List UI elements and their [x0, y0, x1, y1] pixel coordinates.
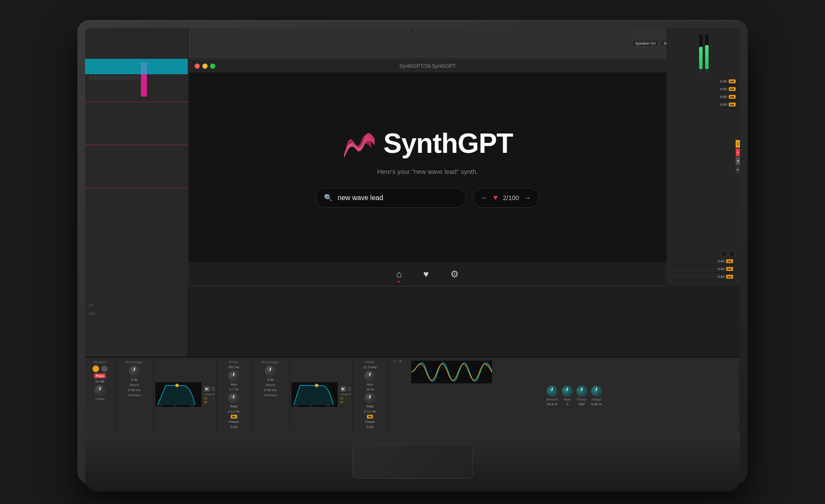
filter1-res-knob[interactable]: [228, 370, 239, 381]
label-m: M: [736, 160, 739, 162]
search-box[interactable]: 🔍 new wave lead: [316, 188, 466, 208]
mixer-icon-2[interactable]: [729, 250, 736, 257]
ms-val-low-3: 0.00: [718, 275, 724, 279]
minimize-button[interactable]: [202, 64, 208, 69]
env2-btn-2[interactable]: |: [347, 386, 352, 392]
vu-meter-right: [705, 35, 709, 69]
filter2-res-knob[interactable]: [364, 370, 376, 381]
filter2-rate-knob[interactable]: [364, 393, 376, 404]
window-title: SynthGPT/38-SynthGPT: [399, 63, 455, 69]
daw-red-line-3: [85, 188, 188, 188]
filter2-rate-value: 0.11 Hz: [364, 410, 376, 413]
vu-label-l: L: [700, 70, 702, 73]
logo-container: SynthGPT: [342, 128, 513, 159]
lfo-display-container: Amount 54.8 % Rate 3 Phase: [409, 358, 739, 431]
ms-badge-low-3: ms: [726, 275, 733, 279]
search-input-value[interactable]: new wave lead: [338, 194, 383, 202]
lfo-label-column: L R: [388, 358, 409, 431]
filter1-hz-badge: Hz: [231, 415, 237, 419]
favorites-button[interactable]: ♥: [423, 269, 429, 280]
filter1-freq: 551 Hz: [229, 365, 239, 369]
piano-roll-keys: [89, 76, 141, 79]
lfo-rate-control: Rate 3: [562, 386, 573, 406]
ms-row-4: 0.00 ms: [669, 101, 738, 108]
output-icons: [92, 365, 108, 372]
svg-text:10k: 10k: [189, 404, 195, 407]
ms-badge-4: ms: [729, 103, 736, 106]
attack-value-1: 0.00: [131, 378, 138, 382]
window-controls: [195, 64, 215, 69]
output-icon-circle-1[interactable]: [92, 365, 99, 372]
lfo-phase-control: Phase 180°: [576, 386, 587, 406]
lfo-amount-value: 54.8 %: [547, 402, 558, 406]
nav-forward-button[interactable]: →: [524, 194, 531, 202]
logo-text: SynthGPT: [383, 128, 513, 159]
favorite-icon[interactable]: ♥: [493, 193, 498, 202]
camera-dot: [411, 30, 414, 33]
envelope-display-2-container: 100 1k 10k ▶ | Clean▼ 12 24: [290, 358, 353, 431]
output-icon-circle-2[interactable]: [101, 365, 108, 372]
lfo-amount-knob[interactable]: [547, 386, 558, 397]
env1-btn-2[interactable]: |: [211, 386, 216, 392]
daw-red-line-1: [85, 102, 188, 102]
rack-num-3: 12: [340, 397, 352, 400]
laptop-bottom: [85, 431, 740, 492]
filter1-phase-label: Phase: [229, 420, 239, 424]
filter2-freq: 12.5 kHz: [363, 365, 377, 369]
plugin-bottombar: ⌂ ♥ ⚙: [189, 262, 666, 286]
filter1-phase-value: 0.00: [231, 425, 238, 429]
device-module-filter1: Filter 551 Hz Res 2.7 % Rate 0.11 Hz Hz …: [217, 358, 251, 431]
filter2-res-label: Res: [367, 383, 373, 386]
ms-row-2: 0.00 ms: [669, 86, 738, 93]
lfo-rate-knob[interactable]: [562, 386, 573, 397]
env1-btn-1[interactable]: ▶: [204, 386, 210, 392]
nav-back-button[interactable]: ←: [481, 194, 488, 202]
lfo-phase-knob[interactable]: [576, 386, 587, 397]
env2-btn-group: ▶ |: [340, 386, 352, 392]
close-button[interactable]: [195, 64, 200, 69]
release-value-2: 6.00 ms: [264, 388, 276, 392]
attack-knob-2[interactable]: [265, 365, 276, 376]
ms-badge-3: ms: [729, 95, 736, 99]
vu-meter-left: [699, 35, 703, 69]
clean-label-1: Clean▼: [204, 393, 216, 396]
envelope-display-1: 100 1k 10k: [155, 382, 202, 407]
rack-num-2: 24: [204, 401, 216, 404]
filter2-phase-value: 0.00: [367, 425, 373, 429]
vu-label-r: R: [706, 70, 708, 73]
speaker-control[interactable]: Speaker On: [632, 40, 659, 47]
mixer-bottom: 0.00 ms 0.00 ms 0.00 ms: [669, 249, 738, 282]
lfo-shape-label: Shape: [592, 398, 602, 401]
channel-labels: IO R M D: [736, 140, 740, 173]
screen-bezel: Speaker On 30-Group In Auto Off -Inf: [85, 28, 740, 431]
lfo-shape-knob[interactable]: [591, 386, 602, 397]
lr-label: L R: [394, 359, 402, 363]
ms-badge-1: ms: [729, 79, 736, 83]
env2-btn-1[interactable]: ▶: [340, 386, 346, 392]
release-value-1: 6.00 ms: [128, 388, 140, 392]
screen-content: Speaker On 30-Group In Auto Off -Inf: [85, 28, 740, 431]
filter2-hz-badge: Hz: [367, 415, 373, 419]
maximize-button[interactable]: [210, 64, 215, 69]
lfo-section: L R: [388, 358, 740, 431]
fuzz-label[interactable]: Fuzz: [94, 373, 106, 378]
attack-knob-1[interactable]: [129, 365, 140, 376]
treble-knob[interactable]: [95, 385, 106, 396]
daw-right-panel: L R 0.00 ms: [667, 28, 740, 285]
mixer-icon-1[interactable]: [720, 250, 727, 257]
filter1-res-pct: 2.7 %: [229, 388, 238, 392]
settings-button[interactable]: ⚙: [450, 269, 459, 280]
lfo-rate-label: Rate: [564, 398, 571, 401]
filter1-rate-knob[interactable]: [228, 393, 239, 404]
envelope-display-1-container: 100 1k 10k ▶ | Clean▼ 12 24: [154, 358, 217, 431]
device-module-envelope2: Envelope 0.00 Attack 6.00 ms Release: [251, 358, 290, 431]
trackpad[interactable]: [352, 444, 473, 479]
filter2-rate-label: Rate: [367, 404, 374, 408]
svg-text:100: 100: [293, 404, 298, 407]
label-d: D: [736, 169, 739, 170]
filter1-res-value: Res: [231, 383, 237, 386]
time-marker: :40: [89, 303, 93, 307]
home-button[interactable]: ⌂: [396, 269, 402, 280]
mixer-ms-lower: 0.00 ms 0.00 ms 0.00 ms: [672, 258, 736, 280]
attack-value-2: 0.00: [267, 378, 274, 382]
